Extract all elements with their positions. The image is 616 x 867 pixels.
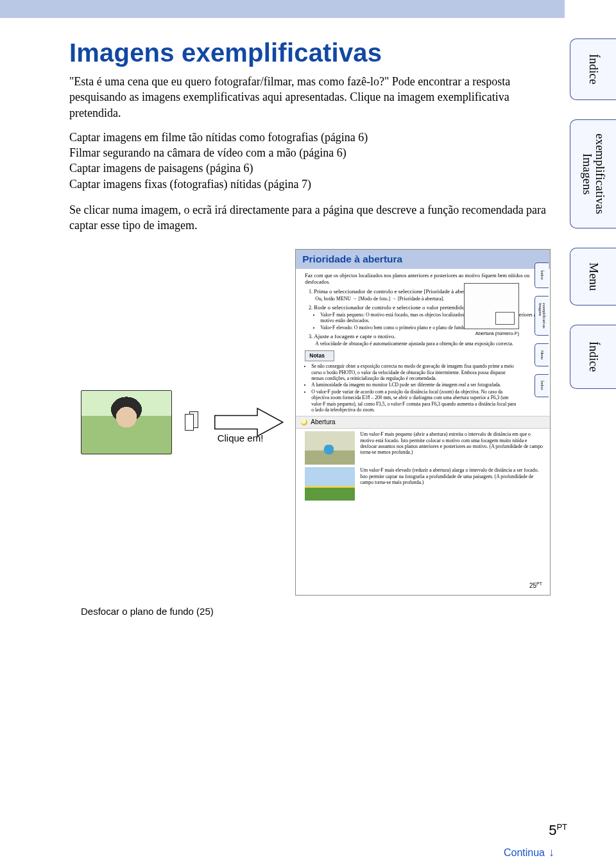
- note-item: A luminosidade da imagem no monitor LCD …: [311, 382, 518, 388]
- inset-page-number: 25PT: [529, 581, 542, 589]
- sample-photo-thumbnail[interactable]: [81, 390, 172, 454]
- inset-tab: Índice: [535, 262, 549, 288]
- abertura-title: Abertura: [311, 418, 335, 427]
- notes-list: Se não conseguir obter a exposição corre…: [305, 363, 518, 413]
- example-row: Clique em! Prioridade à abertura Faz com…: [81, 249, 551, 596]
- link-item[interactable]: Captar imagens de paisagens (página 6): [69, 160, 551, 176]
- abertura-row: Um valor-F mais elevado (reduzir a abert…: [305, 467, 543, 501]
- abertura-header: Abertura: [296, 416, 550, 429]
- down-arrow-icon: ↓: [549, 846, 554, 859]
- description-paragraph: Se clicar numa imagem, o ecrã irá direct…: [69, 202, 551, 234]
- lightbulb-icon: [301, 419, 307, 425]
- arrow-label: Clique em!: [218, 433, 264, 443]
- page-number: 5PT: [549, 822, 567, 839]
- tab-label: Índice: [584, 45, 603, 93]
- abertura-row: Um valor-F mais pequeno (abrir a abertur…: [305, 431, 543, 465]
- step-text: Prima o seleccionador de controlo e sele…: [314, 288, 477, 295]
- tab-imagens-exemplificativas[interactable]: exemplificativasImagens: [570, 119, 616, 228]
- inset-title: Prioridade à abertura: [296, 250, 550, 269]
- link-list: Captar imagens em filme tão nítidas como…: [69, 130, 551, 192]
- notes-label: Notas: [305, 350, 334, 361]
- side-tabs: Índice exemplificativasImagens Menu Índi…: [570, 39, 616, 408]
- link-item[interactable]: Filmar segurando na câmara de vídeo com …: [69, 145, 551, 160]
- continue-link[interactable]: Continua ↓: [504, 846, 554, 859]
- inset-tab: Índice: [535, 374, 549, 397]
- link-item[interactable]: Captar imagens em filme tão nítidas como…: [69, 130, 551, 145]
- note-item: Se não conseguir obter a exposição corre…: [311, 363, 518, 381]
- abertura-thumb-landscape: [305, 467, 355, 501]
- step-subtext: A velocidade de obturação é automaticame…: [314, 341, 543, 347]
- inset-side-tabs: Índice exemplificativasImagens Menu Índi…: [535, 262, 549, 397]
- intro-paragraph: "Esta é uma cena que eu quero fotografar…: [69, 74, 551, 121]
- pages-icon: [185, 411, 202, 433]
- step-text: Rode o seleccionador de controlo e selec…: [314, 304, 466, 311]
- header-accent-bar: [0, 0, 565, 18]
- sample-caption[interactable]: Desfocar o plano de fundo (25): [81, 606, 551, 617]
- page-title: Imagens exemplificativas: [69, 39, 551, 67]
- abertura-text: Um valor-F mais elevado (reduzir a abert…: [360, 467, 543, 485]
- inset-diagram-caption: Abertura (número-F): [475, 330, 519, 336]
- inset-tab: Menu: [535, 343, 549, 366]
- step-text: Ajuste a focagem e capte o motivo.: [314, 333, 395, 339]
- tab-label: Índice: [584, 332, 603, 381]
- tab-indice-1[interactable]: Índice: [570, 39, 616, 100]
- page-content: Imagens exemplificativas "Esta é uma cen…: [69, 26, 551, 617]
- tab-label: exemplificativasImagens: [578, 124, 610, 223]
- link-item[interactable]: Captar imagens fixas (fotografias) nítid…: [69, 176, 551, 192]
- inset-body: Faz com que os objectos localizados nos …: [296, 269, 550, 509]
- inset-page-preview[interactable]: Prioridade à abertura Faz com que os obj…: [295, 249, 551, 596]
- inset-tab: exemplificativasImagens: [535, 296, 549, 336]
- abertura-text: Um valor-F mais pequeno (abrir a abertur…: [360, 431, 543, 455]
- arrow-icon: Clique em!: [212, 405, 286, 440]
- abertura-thumb-bird: [305, 431, 355, 465]
- inset-diagram: [464, 283, 519, 329]
- note-item: O valor-F pode variar de acordo com a po…: [311, 389, 518, 413]
- tab-indice-2[interactable]: Índice: [570, 325, 616, 389]
- tab-label: Menu: [584, 253, 603, 300]
- tab-menu[interactable]: Menu: [570, 248, 616, 305]
